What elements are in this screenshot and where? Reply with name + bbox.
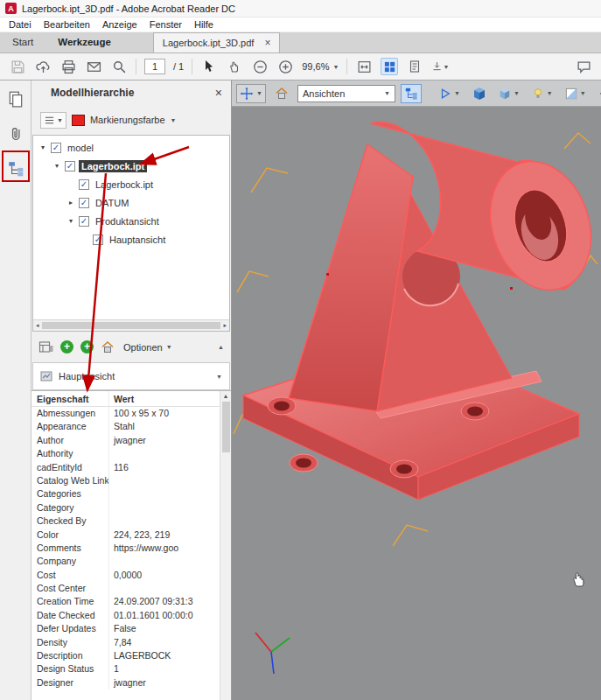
- property-row[interactable]: Creation Time 24.09.2007 09:31:3: [31, 595, 231, 608]
- property-row[interactable]: Catalog Web Link: [31, 474, 231, 487]
- tab-document[interactable]: Lagerbock.ipt_3D.pdf ×: [153, 32, 281, 52]
- model-tree-pane-button[interactable]: [4, 158, 27, 180]
- menu-item[interactable]: Bearbeiten: [38, 19, 96, 30]
- cross-section-button[interactable]: ▼: [595, 85, 601, 102]
- hand-tool-button[interactable]: [226, 58, 243, 75]
- views-select[interactable]: Ansichten ▼: [297, 85, 395, 102]
- property-row[interactable]: Defer Updates False: [31, 622, 231, 635]
- tab-start[interactable]: Start: [0, 32, 45, 52]
- 3d-model-canvas[interactable]: [232, 107, 599, 700]
- properties-scrollbar[interactable]: ▲: [220, 391, 231, 700]
- menu-item[interactable]: Anzeige: [96, 19, 143, 30]
- tree-item[interactable]: ✓ Hauptansicht: [33, 230, 229, 248]
- property-row[interactable]: cadEntityId 116: [31, 461, 231, 474]
- scroll-right-icon[interactable]: ▸: [223, 322, 227, 329]
- marking-color-caret-icon[interactable]: ▼: [171, 117, 177, 123]
- menu-item[interactable]: Datei: [3, 19, 38, 30]
- attachments-button[interactable]: [4, 122, 27, 145]
- marking-color-swatch[interactable]: [72, 115, 85, 126]
- property-row[interactable]: Cost Center: [31, 582, 231, 595]
- tree-view-options-button[interactable]: ▼: [40, 112, 66, 129]
- property-row[interactable]: Categories: [31, 487, 231, 500]
- view-list-item[interactable]: Hauptansicht ▼: [32, 362, 230, 390]
- property-row[interactable]: Date Checked 01.01.1601 00:00:0: [31, 609, 231, 622]
- property-row[interactable]: Color 224, 223, 219: [31, 528, 231, 542]
- tree-item[interactable]: ▾ ✓ Lagerbock.ipt: [33, 157, 229, 175]
- property-row[interactable]: Density 7,84: [31, 636, 231, 649]
- zoom-level-select[interactable]: 99,6% ▼: [302, 61, 339, 72]
- play-animation-button[interactable]: ▼: [436, 85, 464, 102]
- print-button[interactable]: [59, 58, 77, 75]
- chevron-icon[interactable]: ▸: [66, 199, 75, 206]
- save-button[interactable]: [9, 58, 26, 75]
- tab-werkzeuge[interactable]: Werkzeuge: [45, 32, 123, 52]
- property-row[interactable]: Authority: [31, 447, 231, 460]
- property-row[interactable]: Design Status 1: [31, 662, 231, 676]
- panel-close-button[interactable]: ×: [215, 86, 222, 100]
- rotate-tool-button[interactable]: ▼: [236, 84, 266, 103]
- property-row[interactable]: Description LAGERBOCK: [31, 649, 231, 662]
- page-thumbnails-button[interactable]: [4, 88, 27, 110]
- chevron-icon[interactable]: ▾: [52, 162, 61, 170]
- menu-item[interactable]: Hilfe: [188, 19, 220, 30]
- property-row[interactable]: Author jwagner: [31, 434, 231, 447]
- menu-item[interactable]: Fenster: [143, 19, 188, 30]
- options-dropdown[interactable]: Optionen ▼: [123, 342, 172, 353]
- checkbox-icon[interactable]: ✓: [65, 161, 75, 172]
- checkbox-icon[interactable]: ✓: [93, 234, 103, 245]
- zoom-out-button[interactable]: [251, 58, 269, 75]
- views-scroll-up-icon[interactable]: ▲: [218, 344, 224, 350]
- property-row[interactable]: Company: [31, 555, 231, 568]
- tree-item[interactable]: ▸ ✓ DATUM: [33, 193, 229, 212]
- property-row[interactable]: Comments https://www.goo: [31, 542, 231, 555]
- fit-width-button[interactable]: [355, 58, 373, 75]
- property-row[interactable]: Cost 0,0000: [31, 569, 231, 582]
- value-column-header[interactable]: Wert: [108, 391, 231, 406]
- chevron-icon[interactable]: ▾: [38, 144, 47, 151]
- tree-horizontal-scrollbar[interactable]: ◂ ▸: [33, 319, 229, 331]
- toggle-model-tree-button[interactable]: [401, 84, 422, 103]
- page-number-input[interactable]: 1: [144, 59, 165, 74]
- scrolling-mode-button[interactable]: [381, 58, 398, 75]
- 3d-toolbar: ▼ Ansichten ▼ ▼ ▼: [232, 80, 601, 107]
- property-row[interactable]: Appearance Stahl: [31, 420, 231, 433]
- checkbox-icon[interactable]: ✓: [51, 143, 61, 153]
- search-button[interactable]: [110, 58, 128, 75]
- property-row[interactable]: Checked By: [31, 514, 231, 528]
- 3d-home-button[interactable]: [271, 84, 292, 102]
- tree-item[interactable]: ▾ ✓ Produktansicht: [33, 212, 229, 230]
- 3d-viewer[interactable]: ▼ Ansichten ▼ ▼ ▼: [232, 80, 601, 700]
- tools-dropdown-button[interactable]: ▼: [431, 58, 449, 75]
- scroll-left-icon[interactable]: ◂: [36, 322, 39, 329]
- background-color-button[interactable]: ▼: [562, 85, 590, 102]
- scrollbar-thumb[interactable]: [222, 402, 230, 452]
- default-view-button[interactable]: [101, 340, 115, 354]
- email-button[interactable]: [85, 58, 102, 75]
- share-button[interactable]: [34, 58, 52, 75]
- checkbox-icon[interactable]: ✓: [79, 198, 89, 208]
- property-row[interactable]: Abmessungen 100 x 95 x 70: [31, 407, 231, 420]
- property-column-header[interactable]: Eigenschaft: [31, 391, 108, 406]
- zoom-in-button[interactable]: [276, 58, 294, 75]
- scrollbar-thumb[interactable]: [42, 322, 221, 329]
- checkbox-icon[interactable]: ✓: [79, 216, 89, 227]
- views-scroll-down-icon[interactable]: ▼: [216, 374, 222, 380]
- add-view-button[interactable]: +: [60, 340, 73, 354]
- single-page-button[interactable]: [406, 58, 423, 75]
- lighting-button[interactable]: ▼: [528, 85, 556, 102]
- tab-close-icon[interactable]: ×: [264, 37, 270, 49]
- render-mode-button[interactable]: [469, 84, 490, 103]
- model-render-options-button[interactable]: ▼: [495, 85, 523, 102]
- tree-item[interactable]: ✓ Lagerbock.ipt: [33, 175, 229, 193]
- view-settings-button[interactable]: [38, 340, 53, 354]
- tree-item-label: Hauptansicht: [107, 234, 168, 246]
- tree-item[interactable]: ▾ ✓ model: [33, 138, 229, 157]
- checkbox-icon[interactable]: ✓: [79, 179, 89, 190]
- property-row[interactable]: Category: [31, 501, 231, 514]
- comment-button[interactable]: [575, 58, 592, 75]
- select-tool-button[interactable]: [200, 58, 218, 75]
- scroll-up-icon[interactable]: ▲: [223, 393, 229, 399]
- property-row[interactable]: Designer jwagner: [31, 676, 231, 690]
- add-all-views-button[interactable]: +: [80, 340, 94, 354]
- chevron-icon[interactable]: ▾: [66, 217, 75, 225]
